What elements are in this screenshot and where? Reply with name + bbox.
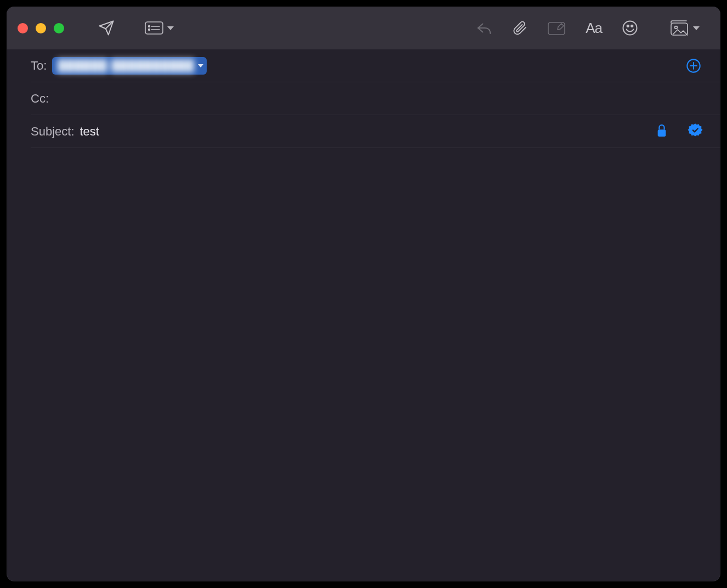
svg-point-3 [149, 26, 150, 27]
attach-button[interactable] [504, 16, 535, 40]
cc-label: Cc: [31, 92, 49, 106]
header-fields-button[interactable] [137, 16, 181, 40]
svg-point-8 [623, 21, 637, 35]
recipient-chip[interactable]: ██████ ██████████ [52, 57, 206, 75]
reply-button[interactable] [468, 16, 500, 40]
chevron-down-icon [693, 26, 700, 30]
close-window-button[interactable] [18, 23, 28, 33]
encrypt-button[interactable] [656, 123, 668, 140]
list-icon [144, 20, 164, 36]
window-controls [18, 23, 64, 33]
cc-row[interactable]: Cc: [31, 82, 720, 115]
svg-rect-16 [658, 129, 666, 137]
subject-row[interactable]: Subject: [31, 115, 720, 148]
sign-button[interactable] [688, 123, 703, 140]
message-body[interactable] [7, 148, 720, 581]
to-field[interactable]: ██████ ██████████ [52, 57, 679, 75]
send-button[interactable] [90, 16, 122, 40]
chevron-down-icon [167, 26, 174, 30]
svg-point-12 [675, 26, 678, 29]
to-label: To: [31, 59, 47, 73]
markup-icon [547, 20, 566, 36]
svg-point-5 [149, 29, 150, 31]
zoom-window-button[interactable] [54, 23, 64, 33]
markup-button[interactable] [539, 16, 573, 40]
subject-input[interactable] [80, 125, 651, 139]
titlebar: Aa [7, 7, 720, 49]
emoji-button[interactable] [614, 16, 646, 40]
paperclip-icon [512, 20, 527, 36]
send-icon [98, 20, 115, 36]
compose-window: Aa To: ██████ ██████████ [7, 7, 720, 581]
add-recipient-button[interactable] [684, 56, 703, 75]
svg-point-10 [631, 25, 633, 27]
security-icons [656, 123, 703, 140]
minimize-window-button[interactable] [36, 23, 46, 33]
subject-label: Subject: [31, 125, 75, 139]
header-fields: To: ██████ ██████████ Cc: Subject: [7, 49, 720, 148]
photo-browser-button[interactable] [660, 16, 707, 40]
to-row[interactable]: To: ██████ ██████████ [31, 49, 720, 82]
chevron-down-icon[interactable] [198, 64, 203, 67]
photo-icon [668, 20, 690, 36]
format-button[interactable]: Aa [578, 16, 610, 40]
format-text-icon: Aa [586, 20, 602, 37]
emoji-icon [622, 20, 638, 36]
svg-rect-2 [145, 22, 163, 34]
svg-point-9 [627, 25, 629, 27]
reply-icon [476, 21, 492, 35]
recipient-name: ██████ ██████████ [58, 59, 194, 72]
